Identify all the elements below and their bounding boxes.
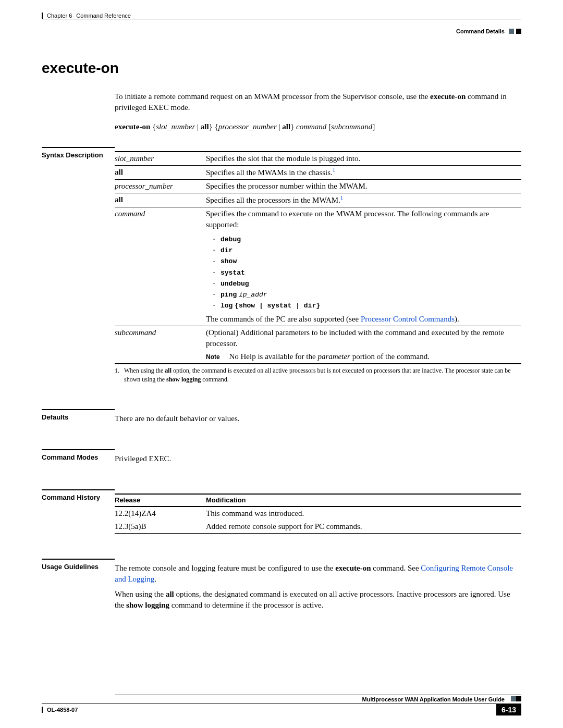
- param-desc: Specifies all the MWAMs in the chassis.: [206, 168, 333, 177]
- table-row: subcommand (Optional) Additional paramet…: [115, 326, 521, 351]
- table-row: all Specifies all the MWAMs in the chass…: [115, 166, 521, 180]
- table-header-row: Release Modification: [115, 494, 521, 507]
- list-item: debug: [213, 233, 521, 244]
- section-title: Command Details: [456, 28, 505, 34]
- tail-text: The commands of the PC are also supporte…: [206, 314, 521, 325]
- syn-arg: subcommand: [331, 122, 372, 131]
- footer-left: OL-4858-07: [42, 707, 78, 713]
- command-history-section: Command History Release Modification 12.…: [42, 493, 521, 534]
- syn-all: all: [282, 122, 290, 131]
- cmd-args: {show | systat | dir}: [235, 302, 320, 310]
- cmd-arg: ip_addr: [239, 291, 267, 299]
- intro-text: To initiate a remote command request on …: [115, 92, 430, 101]
- param-desc: Specifies the processor number within th…: [206, 180, 521, 193]
- footer-row-book: Multiprocessor WAN Application Module Us…: [42, 696, 521, 702]
- release-cell: 12.3(5a)B: [115, 520, 206, 534]
- param: processor_number: [115, 182, 173, 190]
- mod-cell: Added remote console support for PC comm…: [206, 520, 521, 534]
- section-rule: [42, 409, 115, 410]
- usage-para: The remote console and logging feature m…: [115, 563, 521, 585]
- footnote: 1. When using the all option, the comman…: [115, 364, 521, 384]
- cmd: systat: [221, 269, 245, 277]
- footer-row-doc: OL-4858-07 6-13: [42, 704, 521, 715]
- defaults-section: Defaults There are no default behavior o…: [42, 413, 521, 424]
- syn-cmd: execute-on: [115, 122, 150, 131]
- note-italic: parameter: [317, 352, 350, 361]
- param: all: [115, 168, 123, 176]
- list-item: ping ip_addr: [213, 289, 521, 300]
- footer-vline-icon: [42, 707, 43, 713]
- param-desc: Specifies the slot that the module is pl…: [206, 152, 521, 166]
- table-row: Note No Help is available for the parame…: [115, 350, 521, 364]
- cmd: ping: [221, 291, 237, 299]
- cmd-modes-label: Command Modes: [42, 453, 115, 461]
- footnote-ref[interactable]: 1: [340, 195, 343, 201]
- syn-all: all: [201, 122, 209, 131]
- table-row: command Specifies the command to execute…: [115, 207, 521, 326]
- table-row: processor_number Specifies the processor…: [115, 180, 521, 193]
- cmd-history-value: Release Modification 12.2(14)ZA4 This co…: [115, 493, 521, 534]
- processor-control-link[interactable]: Processor Control Commands: [361, 315, 455, 323]
- syntax-description-section: Syntax Description slot_number Specifies…: [42, 151, 521, 384]
- table-row: 12.2(14)ZA4 This command was introduced.: [115, 507, 521, 520]
- defaults-label: Defaults: [42, 413, 115, 421]
- header-square-icon: [516, 29, 521, 34]
- page-footer: Multiprocessor WAN Application Module Us…: [42, 695, 521, 715]
- defaults-text: There are no default behavior or values.: [115, 413, 521, 424]
- section-rule: [42, 449, 115, 450]
- book-title: Multiprocessor WAN Application Module Us…: [362, 696, 505, 702]
- footer-rule: [115, 695, 521, 695]
- table-row: 12.3(5a)B Added remote console support f…: [115, 520, 521, 534]
- cmd: debug: [221, 236, 241, 243]
- list-item: dir: [213, 244, 521, 255]
- param: all: [115, 195, 123, 204]
- doc-number: OL-4858-07: [47, 707, 78, 713]
- chapter-title: Command Reference: [76, 13, 131, 19]
- usage-label: Usage Guidelines: [42, 563, 115, 571]
- release-cell: 12.2(14)ZA4: [115, 507, 206, 520]
- mod-cell: This command was introduced.: [206, 507, 521, 520]
- modification-header: Modification: [206, 494, 521, 507]
- table-row: all Specifies all the processors in the …: [115, 193, 521, 207]
- list-item: log {show | systat | dir}: [213, 300, 521, 311]
- param: subcommand: [115, 328, 156, 337]
- body-section: To initiate a remote command request on …: [115, 91, 521, 131]
- usage-text: The remote console and logging feature m…: [115, 563, 521, 615]
- note-text: No Help is available for the: [229, 352, 317, 361]
- list-item: systat: [213, 267, 521, 278]
- cmd-modes-text: Privileged EXEC.: [115, 453, 521, 464]
- header-square-icon: [509, 29, 514, 34]
- syn-arg: slot_number: [156, 122, 195, 131]
- section-rule: [42, 489, 115, 490]
- footnote-text: When using the all option, the command i…: [124, 366, 521, 384]
- syntax-desc-label: Syntax Description: [42, 151, 115, 159]
- note-row: Note No Help is available for the parame…: [206, 350, 521, 364]
- page-header: Chapter 6 Command Reference: [42, 13, 521, 19]
- header-rule: [42, 19, 521, 19]
- syn-arg: processor_number: [218, 122, 277, 131]
- note-text: portion of the command.: [350, 352, 430, 361]
- footer-square-icon: [511, 696, 516, 701]
- header-vline-icon: [42, 13, 43, 19]
- footer-square-icon: [516, 696, 521, 701]
- cmd: dir: [221, 246, 232, 254]
- main-content: execute-on To initiate a remote command …: [42, 60, 521, 619]
- table-row: slot_number Specifies the slot that the …: [115, 152, 521, 166]
- footnote-ref[interactable]: 1: [333, 167, 335, 173]
- command-modes-section: Command Modes Privileged EXEC.: [42, 453, 521, 464]
- cmd: log: [221, 302, 232, 310]
- intro-paragraph: To initiate a remote command request on …: [115, 91, 521, 113]
- footnote-num: 1.: [115, 366, 124, 384]
- usage-guidelines-section: Usage Guidelines The remote console and …: [42, 563, 521, 615]
- section-rule: [42, 559, 115, 560]
- page-title: execute-on: [42, 60, 521, 77]
- intro-cmd: execute-on: [430, 92, 466, 101]
- param-desc: (Optional) Additional parameters to be i…: [206, 326, 521, 351]
- cmd-history-label: Command History: [42, 493, 115, 501]
- param: slot_number: [115, 154, 154, 163]
- chapter-label: Chapter 6: [47, 13, 72, 19]
- command-list: debug dir show systat undebug ping ip_ad…: [213, 233, 521, 311]
- param-desc: Specifies the command to execute on the …: [206, 208, 521, 230]
- release-header: Release: [115, 494, 206, 507]
- syntax-table: slot_number Specifies the slot that the …: [115, 151, 521, 364]
